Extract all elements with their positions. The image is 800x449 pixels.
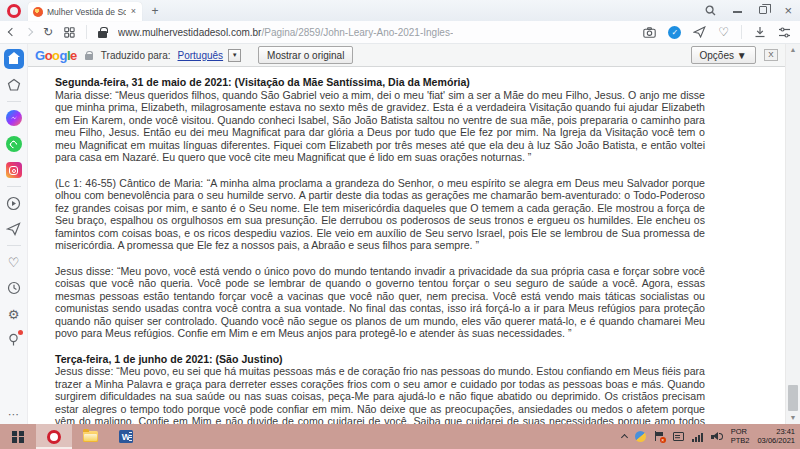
restore-icon [759, 6, 767, 14]
telegram-paper-plane-icon[interactable] [4, 219, 24, 239]
pinboard-button[interactable] [4, 330, 24, 350]
site-favicon-icon [33, 7, 43, 17]
entry-heading-tuesday: Terça-feira, 1 de junho de 2021: (São Ju… [55, 353, 705, 366]
workspace-icon[interactable] [4, 75, 24, 95]
tab-title: Mulher Vestida de Sol - Me [47, 7, 126, 17]
restore-button[interactable] [759, 6, 767, 14]
messenger-button[interactable] [4, 108, 24, 128]
scrollbar-thumb[interactable] [788, 385, 798, 411]
window-controls: × [705, 0, 792, 20]
messenger-icon [6, 110, 22, 126]
opera-logo-icon [7, 4, 21, 18]
close-window-button[interactable]: × [784, 4, 792, 17]
paragraph-magnificat: (Lc 1: 46-55) Cântico de Maria: “A minha… [55, 177, 705, 252]
protection-badge-icon[interactable]: ✓ [668, 26, 681, 39]
tray-app-icon[interactable] [635, 431, 646, 442]
clock[interactable]: 23:41 03/06/2021 [757, 428, 795, 445]
keyboard-layout: PTB2 [731, 437, 750, 446]
sidebar-divider [7, 245, 21, 246]
windows-taskbar: W × POR PTB2 23:41 03/06/2021 [0, 424, 800, 449]
paragraph-maria-message: Maria disse: “Meus queridos filhos, quan… [55, 89, 705, 164]
new-tab-button[interactable]: + [142, 2, 168, 21]
toolbar-divider [86, 25, 87, 39]
speed-dial-button[interactable] [4, 49, 24, 69]
tab-close-icon[interactable]: × [130, 7, 137, 16]
scroll-up-arrow[interactable]: ▲ [786, 45, 800, 55]
sidebar-more-icon[interactable]: ⋯ [8, 408, 19, 421]
text-column: Segunda-feira, 31 de maio de 2021: (Visi… [55, 76, 705, 424]
system-tray: × POR PTB2 23:41 03/06/2021 [622, 424, 800, 449]
forward-button[interactable] [25, 28, 33, 36]
whatsapp-icon [6, 136, 22, 152]
show-hidden-icons-button[interactable] [621, 434, 628, 441]
network-signal-icon[interactable] [692, 432, 703, 442]
tray-pc-icon[interactable] [673, 432, 684, 441]
snapshot-camera-icon[interactable] [643, 27, 656, 38]
language-link[interactable]: Português [178, 50, 224, 61]
player-button[interactable] [4, 193, 24, 213]
back-button[interactable] [8, 28, 16, 36]
history-clock-icon[interactable] [4, 278, 24, 298]
page-area: Google Traduzido para: Português ▼ Mostr… [28, 44, 785, 424]
opera-sidebar: ♡ ⚙ ⋯ [0, 44, 28, 424]
translate-bar-right: Opções ▼ X [691, 46, 778, 64]
reload-button[interactable]: ↻ [43, 26, 53, 38]
paragraph-jesus-message-1: Jesus disse: “Meu povo, você está vendo … [55, 265, 705, 340]
sidebar-divider [7, 101, 21, 102]
google-translate-bar: Google Traduzido para: Português ▼ Mostr… [28, 44, 785, 67]
toolbar-right-icons: ✓ ♡ [643, 25, 791, 39]
bookmark-heart-icon[interactable]: ♡ [718, 26, 729, 38]
word-icon: W [119, 430, 133, 443]
opera-menu-button[interactable] [0, 0, 28, 21]
language-dropdown-button[interactable]: ▼ [228, 49, 241, 62]
entry-heading-monday: Segunda-feira, 31 de maio de 2021: (Visi… [55, 76, 705, 89]
flag-error-badge: × [660, 437, 666, 443]
paragraph-jesus-message-2: Jesus disse: “Meu povo, eu sei que há mu… [55, 365, 705, 424]
home-icon [9, 57, 18, 64]
my-flow-paper-plane-icon[interactable] [693, 26, 706, 38]
scroll-down-arrow[interactable]: ▼ [786, 413, 800, 423]
page-scrollbar[interactable]: ▲ ▼ [785, 44, 800, 424]
toolbar-divider [741, 25, 742, 39]
taskbar-opera-button[interactable] [36, 424, 72, 449]
tab-strip: Mulher Vestida de Sol - Me × + × [0, 0, 800, 21]
translate-close-button[interactable]: X [764, 49, 778, 61]
https-lock-icon[interactable] [98, 31, 107, 38]
downloads-icon[interactable] [754, 26, 766, 38]
whatsapp-button[interactable] [4, 134, 24, 154]
url-domain: www.mulhervestidadesol.com.br [118, 27, 261, 38]
language-indicator[interactable]: POR PTB2 [731, 428, 750, 445]
taskbar-word-button[interactable]: W [108, 424, 144, 449]
sidebar-divider [7, 186, 21, 187]
instagram-button[interactable] [4, 160, 24, 180]
start-button[interactable] [0, 424, 36, 449]
file-explorer-icon [83, 431, 98, 442]
taskbar-file-explorer-button[interactable] [72, 424, 108, 449]
speed-dial-grid-icon[interactable] [64, 27, 75, 38]
notification-dot [18, 330, 23, 335]
minimize-button[interactable] [733, 7, 742, 12]
browser-window: Mulher Vestida de Sol - Me × + × ↻ www.m… [0, 0, 800, 449]
windows-logo-icon [12, 431, 24, 443]
show-original-button[interactable]: Mostrar o original [258, 46, 353, 64]
search-icon[interactable] [705, 5, 716, 16]
easy-setup-sliders-icon[interactable] [778, 27, 791, 38]
url-path: /Pagina/2859/John-Leary-Ano-2021-Ingles- [261, 27, 453, 38]
date: 03/06/2021 [757, 437, 795, 446]
browser-tab[interactable]: Mulher Vestida de Sol - Me × [28, 2, 142, 21]
address-url[interactable]: www.mulhervestidadesol.com.br/Pagina/285… [118, 27, 453, 38]
instagram-icon [6, 162, 22, 178]
translated-to-label: Traduzido para: [101, 50, 171, 61]
article-content: Segunda-feira, 31 de maio de 2021: (Visi… [28, 67, 785, 424]
browser-body: ♡ ⚙ ⋯ Google Traduzido para: Português ▼… [0, 44, 800, 424]
options-button[interactable]: Opções ▼ [691, 46, 756, 64]
bookmarks-heart-icon[interactable]: ♡ [4, 252, 24, 272]
opera-icon [47, 430, 61, 444]
volume-icon[interactable] [711, 432, 723, 442]
translate-lock-icon [85, 54, 93, 60]
google-logo: Google [35, 48, 77, 63]
minimize-icon [733, 11, 742, 12]
address-toolbar: ↻ www.mulhervestidadesol.com.br/Pagina/2… [0, 21, 800, 44]
settings-gear-icon[interactable]: ⚙ [4, 304, 24, 324]
action-center-flag-icon[interactable]: × [654, 431, 665, 442]
